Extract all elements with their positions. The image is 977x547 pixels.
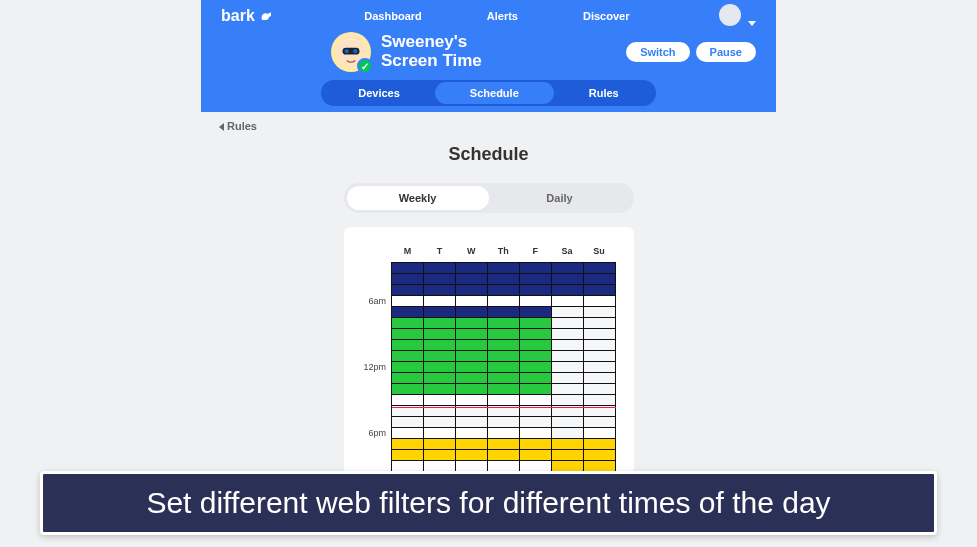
schedule-cell[interactable] [583, 461, 615, 472]
schedule-cell[interactable] [455, 450, 487, 461]
schedule-cell[interactable] [487, 263, 519, 274]
schedule-cell[interactable] [519, 395, 551, 406]
schedule-cell[interactable] [583, 439, 615, 450]
account-menu[interactable] [719, 4, 756, 28]
schedule-cell[interactable] [551, 395, 583, 406]
schedule-cell[interactable] [392, 329, 424, 340]
schedule-cell[interactable] [583, 450, 615, 461]
schedule-cell[interactable] [392, 274, 424, 285]
schedule-cell[interactable] [423, 428, 455, 439]
schedule-cell[interactable] [423, 373, 455, 384]
schedule-cell[interactable] [392, 395, 424, 406]
tab-rules[interactable]: Rules [554, 82, 654, 104]
switch-button[interactable]: Switch [626, 42, 689, 62]
schedule-cell[interactable] [392, 362, 424, 373]
segment-daily[interactable]: Daily [489, 186, 631, 210]
tab-devices[interactable]: Devices [323, 82, 435, 104]
schedule-cell[interactable] [519, 450, 551, 461]
schedule-cell[interactable] [583, 340, 615, 351]
schedule-cell[interactable] [551, 450, 583, 461]
nav-dashboard[interactable]: Dashboard [364, 10, 421, 22]
schedule-cell[interactable] [551, 428, 583, 439]
segment-weekly[interactable]: Weekly [347, 186, 489, 210]
schedule-cell[interactable] [423, 340, 455, 351]
schedule-cell[interactable] [551, 329, 583, 340]
breadcrumb[interactable]: Rules [201, 112, 776, 140]
schedule-cell[interactable] [583, 351, 615, 362]
schedule-cell[interactable] [487, 307, 519, 318]
schedule-cell[interactable] [423, 362, 455, 373]
schedule-cell[interactable] [455, 362, 487, 373]
schedule-cell[interactable] [519, 461, 551, 472]
schedule-cell[interactable] [487, 439, 519, 450]
schedule-cell[interactable] [583, 395, 615, 406]
schedule-cell[interactable] [487, 461, 519, 472]
schedule-cell[interactable] [551, 351, 583, 362]
nav-alerts[interactable]: Alerts [487, 10, 518, 22]
schedule-cell[interactable] [392, 296, 424, 307]
schedule-cell[interactable] [455, 384, 487, 395]
schedule-cell[interactable] [551, 318, 583, 329]
schedule-cell[interactable] [392, 373, 424, 384]
schedule-cell[interactable] [455, 461, 487, 472]
schedule-cell[interactable] [392, 340, 424, 351]
schedule-cell[interactable] [455, 373, 487, 384]
schedule-cell[interactable] [519, 285, 551, 296]
schedule-cell[interactable] [392, 450, 424, 461]
pause-button[interactable]: Pause [696, 42, 756, 62]
schedule-cell[interactable] [423, 318, 455, 329]
schedule-cell[interactable] [583, 428, 615, 439]
schedule-cell[interactable] [583, 263, 615, 274]
schedule-cell[interactable] [423, 329, 455, 340]
schedule-cell[interactable] [519, 351, 551, 362]
schedule-cell[interactable] [583, 285, 615, 296]
schedule-cell[interactable] [487, 340, 519, 351]
schedule-cell[interactable] [392, 384, 424, 395]
schedule-grid[interactable]: MTWThFSaSu6am12pm6pm [362, 245, 616, 483]
schedule-cell[interactable] [487, 285, 519, 296]
schedule-cell[interactable] [551, 461, 583, 472]
schedule-cell[interactable] [423, 439, 455, 450]
schedule-cell[interactable] [583, 417, 615, 428]
schedule-cell[interactable] [487, 417, 519, 428]
schedule-cell[interactable] [519, 362, 551, 373]
schedule-cell[interactable] [392, 285, 424, 296]
schedule-cell[interactable] [455, 307, 487, 318]
schedule-cell[interactable] [487, 296, 519, 307]
schedule-cell[interactable] [519, 417, 551, 428]
schedule-cell[interactable] [551, 263, 583, 274]
schedule-cell[interactable] [551, 417, 583, 428]
schedule-cell[interactable] [583, 307, 615, 318]
schedule-cell[interactable] [583, 274, 615, 285]
schedule-cell[interactable] [423, 417, 455, 428]
schedule-cell[interactable] [392, 263, 424, 274]
schedule-cell[interactable] [551, 384, 583, 395]
schedule-cell[interactable] [392, 318, 424, 329]
schedule-cell[interactable] [583, 329, 615, 340]
schedule-cell[interactable] [519, 340, 551, 351]
schedule-cell[interactable] [423, 450, 455, 461]
schedule-cell[interactable] [392, 351, 424, 362]
schedule-cell[interactable] [519, 318, 551, 329]
schedule-cell[interactable] [487, 329, 519, 340]
schedule-cell[interactable] [455, 263, 487, 274]
schedule-cell[interactable] [455, 285, 487, 296]
schedule-cell[interactable] [423, 307, 455, 318]
schedule-cell[interactable] [519, 307, 551, 318]
schedule-cell[interactable] [423, 296, 455, 307]
schedule-cell[interactable] [423, 351, 455, 362]
schedule-cell[interactable] [551, 373, 583, 384]
schedule-cell[interactable] [455, 329, 487, 340]
schedule-cell[interactable] [519, 384, 551, 395]
schedule-cell[interactable] [423, 461, 455, 472]
schedule-cell[interactable] [487, 373, 519, 384]
brand-logo[interactable]: bark [221, 7, 275, 25]
schedule-cell[interactable] [551, 296, 583, 307]
schedule-cell[interactable] [455, 318, 487, 329]
schedule-cell[interactable] [551, 285, 583, 296]
schedule-cell[interactable] [455, 274, 487, 285]
schedule-cell[interactable] [455, 351, 487, 362]
schedule-cell[interactable] [423, 274, 455, 285]
schedule-cell[interactable] [583, 373, 615, 384]
schedule-cell[interactable] [583, 362, 615, 373]
